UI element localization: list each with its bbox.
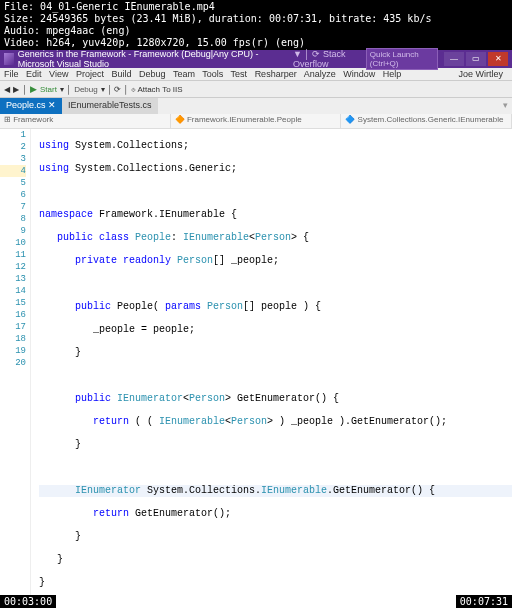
menu-build[interactable]: Build bbox=[111, 69, 131, 79]
attach-button[interactable]: Attach To IIS bbox=[137, 85, 182, 94]
line-gutter: 123 456 789 101112 131415 161718 1920 bbox=[0, 129, 31, 608]
start-button[interactable]: Start bbox=[40, 85, 57, 94]
menu-help[interactable]: Help bbox=[383, 69, 402, 79]
tab-overflow-icon[interactable]: ▾ bbox=[499, 98, 512, 114]
window-title: Generics in the Framework - Framework (D… bbox=[18, 49, 287, 69]
config-debug[interactable]: Debug bbox=[74, 85, 98, 94]
meta-file: File: 04_01-Generic IEnumerable.mp4 bbox=[4, 1, 508, 13]
user-name[interactable]: Joe Wirtley bbox=[458, 69, 503, 79]
titlebar[interactable]: Generics in the Framework - Framework (D… bbox=[0, 50, 512, 68]
menu-file[interactable]: File bbox=[4, 69, 19, 79]
nav-project[interactable]: ⊞ Framework bbox=[0, 114, 171, 128]
menu-view[interactable]: View bbox=[49, 69, 68, 79]
maximize-button[interactable]: ▭ bbox=[466, 52, 486, 66]
nav-member[interactable]: 🔷 System.Collections.Generic.IEnumerable bbox=[341, 114, 512, 128]
media-metadata: File: 04_01-Generic IEnumerable.mp4 Size… bbox=[0, 0, 512, 50]
code-area[interactable]: using System.Collections; using System.C… bbox=[31, 129, 512, 608]
menu-resharper[interactable]: Resharper bbox=[255, 69, 297, 79]
nav-back-icon[interactable]: ◀ bbox=[4, 85, 10, 94]
menu-analyze[interactable]: Analyze bbox=[304, 69, 336, 79]
start-icon[interactable]: ▶ bbox=[30, 84, 37, 94]
document-tabs: People.cs ✕ IEnumerableTests.cs ▾ bbox=[0, 98, 512, 114]
nav-bar: ⊞ Framework 🔶 Framework.IEnumerable.Peop… bbox=[0, 114, 512, 129]
nav-fwd-icon[interactable]: ▶ bbox=[13, 85, 19, 94]
nav-type[interactable]: 🔶 Framework.IEnumerable.People bbox=[171, 114, 342, 128]
menu-tools[interactable]: Tools bbox=[202, 69, 223, 79]
code-editor-top[interactable]: 123 456 789 101112 131415 161718 1920 us… bbox=[0, 129, 512, 608]
timecode-current: 00:03:00 bbox=[0, 595, 56, 608]
toolbar: ◀ ▶ │ ▶ Start ▾ │ Debug ▾ │ ⟳ │ ⟐ Attach… bbox=[0, 81, 512, 98]
timecode-duration: 00:07:31 bbox=[456, 595, 512, 608]
tab-people-cs[interactable]: People.cs ✕ bbox=[0, 98, 62, 114]
menu-debug[interactable]: Debug bbox=[139, 69, 166, 79]
vs-window-top: Generics in the Framework - Framework (D… bbox=[0, 50, 512, 608]
menu-window[interactable]: Window bbox=[343, 69, 375, 79]
meta-audio: Audio: mpeg4aac (eng) bbox=[4, 25, 508, 37]
menu-edit[interactable]: Edit bbox=[26, 69, 42, 79]
close-button[interactable]: ✕ bbox=[488, 52, 508, 66]
menu-team[interactable]: Team bbox=[173, 69, 195, 79]
stack-overflow-label[interactable]: Stack Overflow bbox=[293, 49, 346, 69]
quick-launch-input[interactable]: Quick Launch (Ctrl+Q) bbox=[366, 48, 438, 70]
vs-logo-icon bbox=[4, 53, 14, 65]
menu-test[interactable]: Test bbox=[231, 69, 248, 79]
meta-size: Size: 24549365 bytes (23.41 MiB), durati… bbox=[4, 13, 508, 25]
menu-project[interactable]: Project bbox=[76, 69, 104, 79]
tab-tests-cs[interactable]: IEnumerableTests.cs bbox=[62, 98, 158, 114]
minimize-button[interactable]: — bbox=[444, 52, 464, 66]
